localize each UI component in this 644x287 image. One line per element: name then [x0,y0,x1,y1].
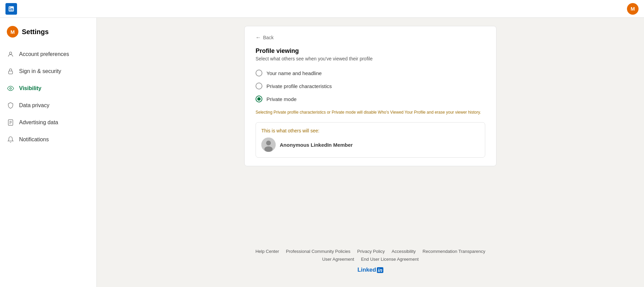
footer-logo: Linkedin [357,267,383,273]
footer-link-community-policies[interactable]: Professional Community Policies [286,249,350,254]
sidebar-header: M Settings [0,26,96,46]
shield-icon [7,102,14,109]
footer-link-accessibility[interactable]: Accessibility [392,249,416,254]
sidebar-item-account-preferences[interactable]: Account preferences [0,46,96,63]
person-icon [7,51,14,58]
sidebar-item-account-preferences-label: Account preferences [19,51,69,57]
main-content: ← Back Profile viewing Select what other… [97,18,644,287]
card-subtitle: Select what others see when you've viewe… [256,56,485,61]
sidebar: M Settings Account preferences [0,18,97,287]
back-arrow-icon: ← [256,34,261,41]
profile-viewing-card: ← Back Profile viewing Select what other… [244,26,496,166]
svg-point-2 [10,88,12,89]
document-icon [7,119,14,126]
sidebar-item-notifications[interactable]: Notifications [0,131,96,148]
sidebar-item-data-privacy[interactable]: Data privacy [0,97,96,114]
anon-avatar [261,138,276,152]
footer-link-privacy-policy[interactable]: Privacy Policy [357,249,385,254]
back-link[interactable]: ← Back [256,34,485,41]
sidebar-item-visibility-label: Visibility [19,85,42,91]
nav-avatar[interactable]: M [627,3,639,15]
footer-link-eula[interactable]: End User License Agreement [361,257,418,262]
footer-logo-text: Linked [357,267,376,273]
sidebar-item-notifications-label: Notifications [19,137,49,143]
back-label: Back [263,35,274,40]
sidebar-item-advertising-data[interactable]: Advertising data [0,114,96,131]
radio-circle-name-headline [256,70,262,76]
anon-name: Anonymous LinkedIn Member [280,142,353,148]
sidebar-item-visibility[interactable]: Visibility [0,80,96,97]
sidebar-item-advertising-label: Advertising data [19,119,58,126]
eye-icon [7,85,14,92]
bell-icon [7,136,14,143]
sidebar-item-data-privacy-label: Data privacy [19,102,49,109]
page-wrapper: M Settings Account preferences [0,18,644,287]
radio-group: Your name and headline Private profile c… [256,70,485,102]
sidebar-title: Settings [22,28,49,36]
radio-label-private-mode: Private mode [266,96,296,102]
sidebar-avatar: M [7,26,18,38]
sidebar-nav: Account preferences Sign in & security [0,46,96,148]
radio-label-name-headline: Your name and headline [266,70,322,76]
radio-circle-private-mode [256,96,262,102]
warning-text: Selecting Private profile characteristic… [256,109,485,115]
svg-rect-1 [9,71,13,74]
radio-option-name-headline[interactable]: Your name and headline [256,70,485,76]
preview-content: Anonymous LinkedIn Member [261,138,479,152]
svg-point-9 [264,146,273,152]
footer-links-row2: User Agreement End User License Agreemen… [322,257,418,262]
footer: Help Center Professional Community Polic… [108,238,633,279]
preview-label: This is what others will see: [261,128,479,133]
radio-option-private-characteristics[interactable]: Private profile characteristics [256,83,485,89]
linkedin-logo[interactable] [5,3,17,15]
radio-circle-private-characteristics [256,83,262,89]
footer-links-row1: Help Center Professional Community Polic… [256,249,486,254]
lock-icon [7,68,14,75]
svg-point-0 [10,52,12,54]
radio-option-private-mode[interactable]: Private mode [256,96,485,102]
radio-label-private-characteristics: Private profile characteristics [266,83,332,89]
preview-box: This is what others will see: Anonymous … [256,122,485,158]
footer-link-user-agreement[interactable]: User Agreement [322,257,354,262]
footer-link-recommendation-transparency[interactable]: Recommendation Transparency [423,249,485,254]
card-title: Profile viewing [256,47,485,55]
footer-logo-suffix: in [377,267,383,273]
sidebar-item-sign-in-security[interactable]: Sign in & security [0,63,96,80]
top-nav: M [0,0,644,18]
footer-link-help-center[interactable]: Help Center [256,249,279,254]
sidebar-item-sign-in-label: Sign in & security [19,68,61,74]
svg-point-8 [266,141,271,145]
